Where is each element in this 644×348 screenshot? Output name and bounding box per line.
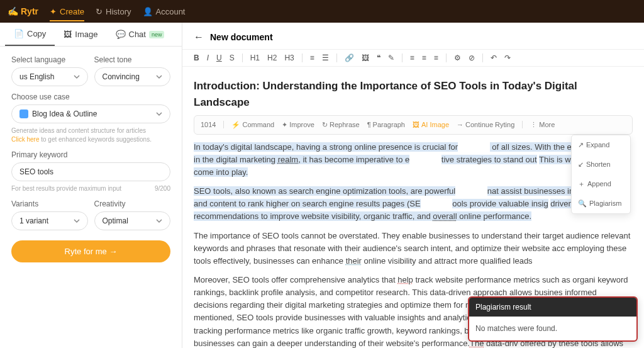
plagiarism-title: Plagiarism result	[469, 298, 636, 317]
context-toolbar: 1014 ⚡Command ✦Improve ↻Rephrase ¶Paragr…	[194, 115, 633, 135]
continue-action[interactable]: →Continue Ryting	[457, 120, 514, 130]
sparkle-icon: ✦	[50, 7, 57, 16]
more-dropdown: ↗ Expand ↙ Shorten ＋ Append 🔍 Plagiarism	[571, 135, 631, 214]
tone-value: Convincing	[103, 72, 140, 81]
tab-chat[interactable]: 💬 Chat new	[107, 23, 174, 46]
language-value: us English	[19, 72, 54, 81]
doc-title: New document	[210, 32, 273, 42]
chevron-down-icon	[156, 111, 162, 117]
back-arrow-icon[interactable]: ←	[194, 31, 204, 43]
h1-button[interactable]: H1	[250, 53, 260, 62]
expand-item[interactable]: ↗ Expand	[572, 135, 630, 155]
variants-label: Variants	[11, 199, 88, 208]
underline-button[interactable]: U	[216, 53, 222, 62]
command-action[interactable]: ⚡Command	[231, 120, 274, 130]
highlight-button[interactable]: ✎	[388, 53, 394, 62]
variants-select[interactable]: 1 variant	[11, 211, 88, 230]
tab-image[interactable]: 🖼 Image	[55, 23, 106, 46]
link-button[interactable]: 🔗	[345, 53, 354, 62]
creativity-select[interactable]: Optimal	[94, 211, 171, 230]
keyword-label: Primary keyword	[11, 150, 170, 159]
italic-button[interactable]: I	[207, 53, 209, 62]
ai-image-action[interactable]: 🖼AI Image	[413, 120, 449, 130]
creativity-value: Optimal	[103, 216, 128, 225]
sidebar-tabs: 📄 Copy 🖼 Image 💬 Chat new	[0, 23, 182, 47]
usecase-select[interactable]: Blog Idea & Outline	[11, 104, 170, 123]
bold-button[interactable]: B	[194, 53, 199, 62]
new-badge: new	[149, 31, 165, 38]
more-action[interactable]: ⋮ More	[530, 120, 555, 130]
keyword-hint: For best results provide maximum input	[11, 184, 121, 193]
usecase-value: Blog Idea & Outline	[32, 109, 97, 118]
context-separator	[223, 121, 224, 128]
tone-select[interactable]: Convincing	[94, 67, 171, 86]
toolbar-separator	[302, 53, 303, 62]
redo-button[interactable]: ↷	[504, 53, 511, 62]
chevron-down-icon	[156, 74, 162, 80]
char-count: 1014	[201, 120, 216, 130]
language-select[interactable]: us English	[11, 67, 88, 86]
language-label: Select language	[11, 55, 88, 64]
nav-history-label: History	[106, 7, 131, 16]
editor-toolbar: B I U S H1 H2 H3 ≡ ☰ 🔗 🖼 ❝ ✎ ≡ ≡ ≡ ⚙ ⊘ ↶…	[182, 49, 644, 67]
usecase-icon	[19, 109, 28, 118]
toolbar-separator	[336, 53, 337, 62]
shorten-item[interactable]: ↙ Shorten	[572, 155, 630, 174]
nav-history[interactable]: ↻ History	[96, 7, 131, 16]
history-icon: ↻	[96, 7, 103, 16]
align-center-button[interactable]: ≡	[422, 53, 426, 62]
nav-account-label: Account	[156, 7, 186, 16]
chat-icon: 💬	[116, 30, 126, 39]
chevron-down-icon	[156, 218, 162, 224]
usecase-hint: Generate ideas and content structure for…	[11, 126, 170, 144]
usecase-label: Choose use case	[11, 93, 170, 101]
ryte-button[interactable]: Ryte for me →	[11, 240, 170, 262]
sidebar-form: Select language us English Select tone C…	[0, 47, 182, 271]
rephrase-action[interactable]: ↻Rephrase	[322, 120, 360, 130]
strike-button[interactable]: S	[230, 53, 235, 62]
sidebar: 📄 Copy 🖼 Image 💬 Chat new Select languag…	[0, 23, 182, 348]
plagiarism-panel: Plagiarism result No matches were found.	[468, 296, 638, 342]
toolbar-separator	[446, 53, 447, 62]
align-right-button[interactable]: ≡	[434, 53, 438, 62]
h2-button[interactable]: H2	[267, 53, 277, 62]
doc-heading: Introduction: Understanding the Importan…	[194, 78, 633, 111]
main-editor: ← New document B I U S H1 H2 H3 ≡ ☰ 🔗 🖼 …	[182, 23, 644, 348]
creativity-label: Creativity	[94, 199, 171, 208]
nav-account[interactable]: 👤 Account	[143, 7, 186, 16]
tab-chat-label: Chat	[129, 30, 146, 39]
user-icon: 👤	[143, 7, 153, 16]
undo-button[interactable]: ↶	[491, 53, 497, 62]
bullet-list-button[interactable]: ≡	[310, 53, 314, 62]
tab-copy-label: Copy	[27, 29, 46, 38]
paragraph-action[interactable]: ¶Paragraph	[367, 120, 405, 130]
quote-button[interactable]: ❝	[377, 53, 380, 62]
plagiarism-item[interactable]: 🔍 Plagiarism	[572, 194, 630, 213]
tab-image-label: Image	[75, 30, 97, 39]
tab-copy[interactable]: 📄 Copy	[5, 23, 55, 46]
number-list-button[interactable]: ☰	[322, 53, 329, 62]
image-button[interactable]: 🖼	[362, 53, 369, 62]
doc-header: ← New document	[182, 23, 644, 49]
append-item[interactable]: ＋ Append	[572, 174, 630, 194]
nav-create-label: Create	[60, 7, 84, 16]
plagiarism-body: No matches were found.	[469, 317, 636, 340]
nav-create[interactable]: ✦ Create	[50, 7, 84, 21]
clear-button[interactable]: ⊘	[469, 53, 475, 62]
paragraph: The importance of SEO tools cannot be ov…	[194, 230, 633, 267]
brand-text: Rytr	[21, 6, 38, 16]
toolbar-separator	[242, 53, 243, 62]
keyword-input[interactable]	[11, 162, 170, 181]
image-icon: 🖼	[64, 30, 72, 39]
h3-button[interactable]: H3	[284, 53, 294, 62]
copy-icon: 📄	[14, 29, 24, 38]
improve-action[interactable]: ✦Improve	[282, 120, 314, 130]
click-here-link[interactable]: Click here	[11, 136, 39, 143]
top-nav: ✍️ Rytr ✦ Create ↻ History 👤 Account	[0, 0, 644, 23]
toolbar-separator	[482, 53, 483, 62]
settings-button[interactable]: ⚙	[454, 53, 461, 62]
chevron-down-icon	[74, 74, 80, 80]
brand-icon: ✍️	[8, 6, 18, 16]
align-left-button[interactable]: ≡	[410, 53, 414, 62]
paragraph: SEO tools, also known as search engine o…	[194, 185, 633, 223]
